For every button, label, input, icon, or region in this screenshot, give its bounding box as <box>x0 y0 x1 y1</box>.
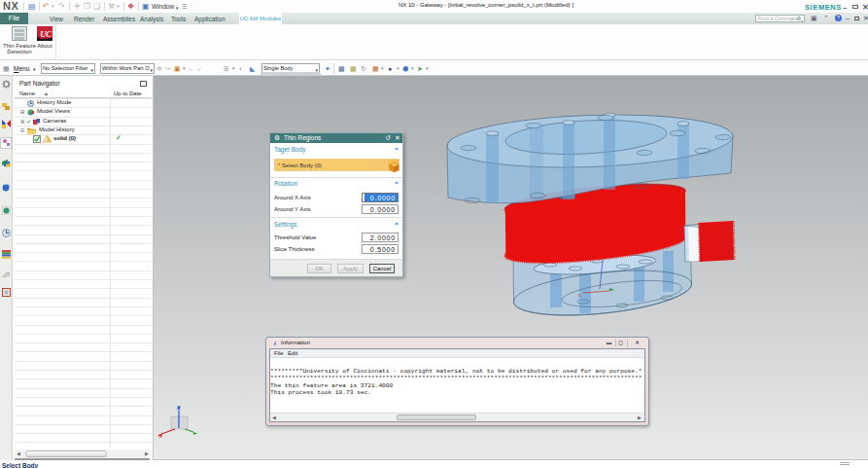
svg-text:Z: Z <box>177 405 181 411</box>
svg-text:XC: XC <box>577 294 582 298</box>
svg-text:UC: UC <box>40 29 52 39</box>
svg-text:X: X <box>158 433 162 439</box>
